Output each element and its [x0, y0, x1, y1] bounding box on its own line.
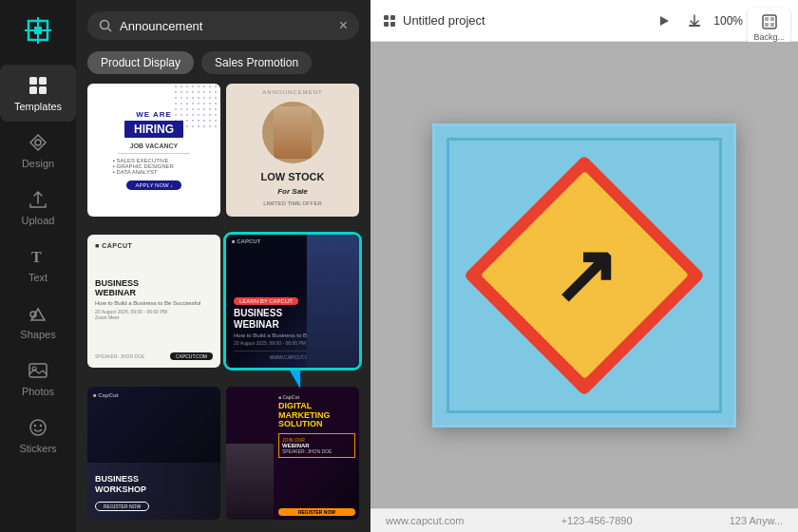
sidebar-item-upload-label: Upload: [22, 215, 55, 226]
sidebar-item-shapes-label: Shapes: [20, 329, 55, 340]
sidebar: Templates Design Upload T Text: [0, 0, 76, 532]
sidebar-item-shapes[interactable]: Shapes: [0, 293, 76, 350]
svg-rect-18: [384, 22, 389, 27]
templates-grid: WE ARE HIRING JOB VACANCY • SALES EXECUT…: [76, 84, 370, 532]
svg-marker-20: [660, 16, 669, 26]
filter-tab-sales-promotion[interactable]: Sales Promotion: [201, 51, 312, 74]
upload-icon: [27, 188, 49, 211]
canvas-logo-icon: [382, 13, 397, 28]
design-icon: [27, 131, 49, 154]
sidebar-item-templates[interactable]: Templates: [0, 65, 76, 122]
svg-point-11: [30, 420, 46, 435]
svg-rect-17: [390, 15, 395, 20]
svg-rect-25: [770, 17, 774, 21]
export-button[interactable]: [683, 10, 706, 32]
sidebar-item-text[interactable]: T Text: [0, 236, 76, 293]
template-card-digital[interactable]: ■ CapCut DIGITALMARKETINGSOLUTION JOIN O…: [226, 387, 359, 520]
footer-phone: +123-456-7890: [561, 515, 633, 526]
sidebar-item-photos[interactable]: Photos: [0, 350, 76, 407]
search-icon: [99, 19, 112, 32]
template-card-webinar-dark[interactable]: ■ CAPCUT BUSINESSWEBINAR How to Build a …: [87, 235, 220, 368]
svg-rect-19: [390, 22, 395, 27]
svg-rect-26: [765, 23, 769, 27]
svg-rect-5: [39, 86, 47, 94]
sidebar-item-stickers-label: Stickers: [19, 443, 56, 454]
photos-icon: [27, 359, 49, 382]
footer-suffix: 123 Anyw...: [730, 515, 783, 526]
search-input[interactable]: [120, 19, 332, 33]
sidebar-item-photos-label: Photos: [22, 386, 54, 397]
sidebar-item-design-label: Design: [22, 158, 54, 169]
svg-text:T: T: [31, 249, 42, 265]
sidebar-item-design[interactable]: Design: [0, 122, 76, 179]
svg-rect-2: [29, 77, 37, 85]
canvas-wrapper: ↗: [370, 42, 798, 508]
svg-point-13: [40, 425, 42, 427]
svg-rect-24: [765, 17, 769, 21]
search-clear-button[interactable]: ×: [339, 17, 348, 34]
templates-icon: [27, 74, 49, 97]
templates-panel: × Product Display Sales Promotion WE ARE…: [76, 0, 370, 532]
shapes-icon: [27, 302, 49, 325]
canvas-design[interactable]: ↗: [432, 124, 736, 428]
text-icon: T: [27, 245, 49, 268]
canvas-area: Untitled project 100%: [370, 0, 798, 532]
stickers-icon: [27, 416, 49, 439]
canvas-title-area: Untitled project: [382, 13, 645, 28]
template-card-lowstock[interactable]: ANNOUNCEMENT LOW STOCKFor Sale LIMITED T…: [226, 84, 359, 217]
search-bar: ×: [87, 11, 359, 40]
svg-rect-4: [29, 86, 37, 94]
background-tool-label: Backg...: [753, 32, 785, 42]
footer-url: www.capcut.com: [386, 515, 465, 526]
canvas-footer: www.capcut.com +123-456-7890 123 Anyw...: [370, 508, 798, 532]
filter-tabs: Product Display Sales Promotion: [76, 51, 370, 84]
sidebar-item-upload[interactable]: Upload: [0, 179, 76, 236]
svg-line-15: [108, 28, 112, 32]
sidebar-item-templates-label: Templates: [14, 101, 62, 112]
template-card-hiring[interactable]: WE ARE HIRING JOB VACANCY • SALES EXECUT…: [87, 84, 220, 217]
zoom-level: 100%: [713, 14, 743, 28]
svg-point-12: [34, 425, 36, 427]
svg-rect-21: [689, 25, 700, 27]
sidebar-item-stickers[interactable]: Stickers: [0, 407, 76, 464]
svg-rect-3: [39, 77, 47, 85]
template-card-webinar-blue[interactable]: ··· ■ CAPCUT LEARN BY CAPCUT BusinessWeb…: [226, 235, 359, 368]
play-button[interactable]: [653, 10, 675, 32]
svg-rect-16: [384, 15, 389, 20]
canvas-title: Untitled project: [403, 13, 485, 28]
svg-rect-27: [770, 23, 774, 27]
canvas-header: Untitled project 100%: [370, 0, 798, 42]
svg-rect-9: [29, 364, 47, 377]
app-logo: [19, 11, 57, 49]
svg-point-6: [35, 140, 41, 145]
sidebar-item-text-label: Text: [28, 272, 48, 283]
svg-point-14: [101, 21, 109, 29]
filter-tab-product-display[interactable]: Product Display: [87, 51, 194, 74]
template-card-workshop[interactable]: BUSINESSWORKSHOP REGISTER NOW ■ CapCut: [87, 387, 220, 520]
